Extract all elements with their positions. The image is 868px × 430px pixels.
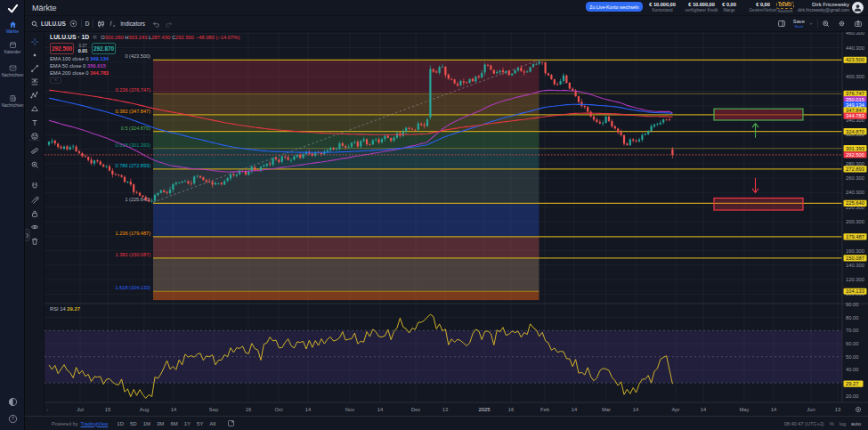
svg-text:0.786 (272.893): 0.786 (272.893) xyxy=(116,163,151,168)
save-button[interactable]: Save Save xyxy=(793,19,805,28)
quick-search-button[interactable] xyxy=(822,20,830,28)
tradingview-link[interactable]: TradingView xyxy=(81,421,109,426)
snapshot-button[interactable] xyxy=(854,20,863,28)
target-zone-lower-box[interactable] xyxy=(714,199,803,211)
drawing-toolbar xyxy=(25,32,45,416)
svg-text:272.893: 272.893 xyxy=(846,166,864,172)
svg-text:29.27: 29.27 xyxy=(846,381,859,386)
percent-scale-button[interactable]: % xyxy=(830,421,834,426)
svg-text:1.382 (150.087): 1.382 (150.087) xyxy=(116,252,151,257)
top-bar: Märkte Zu Live-Konto wechseln € 10.000,0… xyxy=(25,0,868,16)
save-menu-caret[interactable] xyxy=(808,21,814,26)
plus-circle-icon xyxy=(69,20,77,28)
sidebar-item-label: Nachrichten xyxy=(2,103,24,108)
svg-text:179.487: 179.487 xyxy=(846,234,864,239)
svg-text:?: ? xyxy=(12,416,14,421)
range-button-1m[interactable]: 1M xyxy=(143,421,150,426)
range-button-6m[interactable]: 6M xyxy=(170,421,177,426)
range-button-1y[interactable]: 1Y xyxy=(184,421,191,426)
layout-button[interactable] xyxy=(777,20,786,28)
range-button-all[interactable]: All xyxy=(209,421,215,426)
stat-kontostand: € 10.000,00 Kontostand xyxy=(645,2,679,13)
svg-text:40.00: 40.00 xyxy=(846,367,859,372)
indicator-legend-ema100[interactable]: EMA 100 close 0 349.134 xyxy=(50,56,239,61)
account-type: DEMO Account xyxy=(773,2,798,14)
rsi-title: RSI 14 xyxy=(50,306,66,312)
svg-text:350.015: 350.015 xyxy=(846,97,864,102)
svg-text:Mar: Mar xyxy=(602,407,611,412)
toolbar-collapse-handle[interactable]: ❯ xyxy=(25,229,30,241)
emoji-tool-icon[interactable] xyxy=(30,128,39,144)
compare-add-symbol-button[interactable] xyxy=(69,20,77,28)
svg-text:14: 14 xyxy=(701,407,707,412)
stat-label: Marge xyxy=(723,8,734,13)
switch-to-live-account-button[interactable]: Zu Live-Konto wechseln xyxy=(586,2,643,12)
svg-text:240.300: 240.300 xyxy=(846,190,864,195)
symbol-search[interactable]: LULU.US xyxy=(31,20,66,28)
svg-text:140.300: 140.300 xyxy=(846,263,864,268)
range-button-1d[interactable]: 1D xyxy=(117,421,124,426)
svg-text:349.134: 349.134 xyxy=(846,102,865,108)
broker-logo-icon[interactable] xyxy=(0,2,25,16)
range-button-5y[interactable]: 5Y xyxy=(197,421,203,426)
user-info: Dirk Friczewsky dirk.friczewsky@gmail.co… xyxy=(798,2,849,13)
legend-collapse-button[interactable]: ⌃ xyxy=(50,77,61,84)
chevron-down-icon xyxy=(808,21,814,26)
svg-text:f: f xyxy=(110,20,113,26)
range-button-3m[interactable]: 3M xyxy=(157,421,164,426)
demo-label: Account xyxy=(778,9,793,14)
supply-zone-upper-box[interactable] xyxy=(714,109,803,120)
sell-button[interactable]: 292.500 xyxy=(50,43,74,54)
remove-drawings-icon[interactable] xyxy=(30,233,39,249)
stat-value: € 10.000,00 xyxy=(649,2,676,8)
spread-display: 0.37 0.01 xyxy=(76,44,90,53)
svg-text:0.618 (301.393): 0.618 (301.393) xyxy=(116,142,151,148)
legend-title-row: LULU.US · 1D O300.260 H303.243 L287.430 … xyxy=(50,34,239,40)
indicator-legend-ema50[interactable]: EMA 50 close 0 350.015 xyxy=(50,63,239,69)
demo-badge: DEMO xyxy=(776,2,794,9)
svg-text:14: 14 xyxy=(171,407,177,412)
svg-text:150.087: 150.087 xyxy=(846,256,864,261)
expand-pane-icon[interactable] xyxy=(227,419,235,427)
zoom-in-tool-icon[interactable] xyxy=(30,157,39,173)
svg-text:344.783: 344.783 xyxy=(846,113,864,118)
sidebar-item-maerkte[interactable]: Märkte xyxy=(0,20,25,34)
stat-label: Kontostand xyxy=(652,8,672,13)
svg-text:60.00: 60.00 xyxy=(846,341,859,346)
chart-style-button[interactable] xyxy=(97,20,105,28)
indicator-legend-ema200[interactable]: EMA 200 close 0 344.783 xyxy=(50,70,239,76)
sidebar-item-news[interactable]: Nachrichten xyxy=(0,94,25,108)
interval-label: D xyxy=(85,20,90,27)
powered-by-text: Powered by xyxy=(52,421,78,426)
interval-button[interactable]: D xyxy=(85,20,90,27)
svg-text:376.747: 376.747 xyxy=(846,91,864,96)
svg-text:1.236 (179.487): 1.236 (179.487) xyxy=(116,231,151,236)
svg-text:x: x xyxy=(112,24,115,28)
circle-info-icon[interactable] xyxy=(92,34,98,40)
undo-button[interactable] xyxy=(152,20,160,28)
help-button[interactable]: ? xyxy=(0,414,25,424)
redo-button[interactable] xyxy=(165,20,173,28)
scroll-left-glyph[interactable]: ‹ xyxy=(46,407,48,412)
settings-button[interactable] xyxy=(838,20,846,28)
clock-utc[interactable]: 08:40:47 (UTC+2) xyxy=(784,421,824,426)
log-scale-button[interactable]: log xyxy=(840,421,846,426)
theme-toggle-button[interactable] xyxy=(0,397,25,407)
sidebar-item-label: Märkte xyxy=(6,29,19,34)
sidebar-item-nachrichten[interactable]: Nachrichten xyxy=(0,64,25,77)
toolbar-separator xyxy=(93,20,93,28)
sidebar-item-kalender[interactable]: Kalender xyxy=(0,41,25,54)
svg-text:‹: ‹ xyxy=(46,407,48,412)
svg-text:120.300: 120.300 xyxy=(846,277,864,282)
range-button-5d[interactable]: 5D xyxy=(130,421,137,426)
rsi-legend[interactable]: RSI 14 29.27 xyxy=(50,306,80,312)
buy-button[interactable]: 292.870 xyxy=(92,43,116,54)
svg-text:1.618 (104.133): 1.618 (104.133) xyxy=(116,285,151,290)
svg-text:80.00: 80.00 xyxy=(846,315,859,320)
avatar[interactable] xyxy=(852,2,864,13)
toolbar-separator xyxy=(81,20,82,28)
indicators-button[interactable]: fx Indicators xyxy=(110,20,145,28)
legend-symbol-title[interactable]: LULU.US · 1D xyxy=(50,34,89,40)
svg-text:0.5 (324.870): 0.5 (324.870) xyxy=(121,126,150,131)
auto-scale-button[interactable]: auto xyxy=(851,421,861,426)
